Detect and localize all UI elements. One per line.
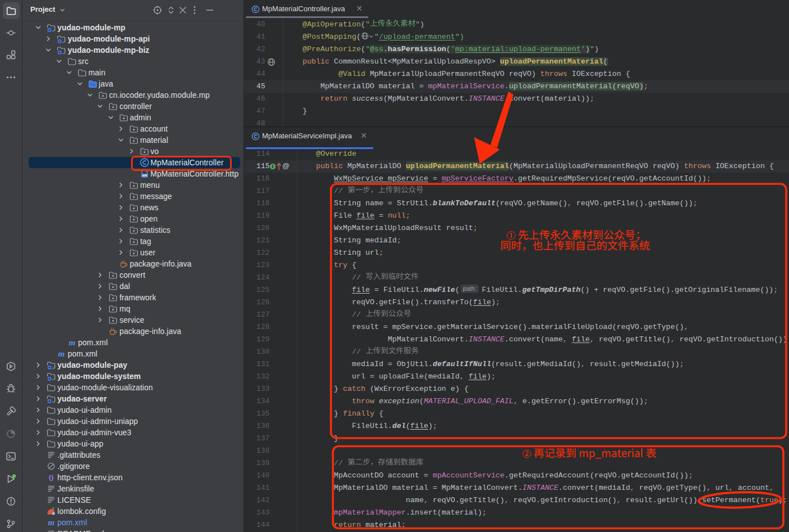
svg-text:API: API <box>142 174 147 177</box>
svg-text:m: m <box>69 338 75 347</box>
svg-text:m: m <box>48 518 55 527</box>
svg-text:{}: {} <box>49 474 54 481</box>
svg-text:m: m <box>58 349 65 358</box>
